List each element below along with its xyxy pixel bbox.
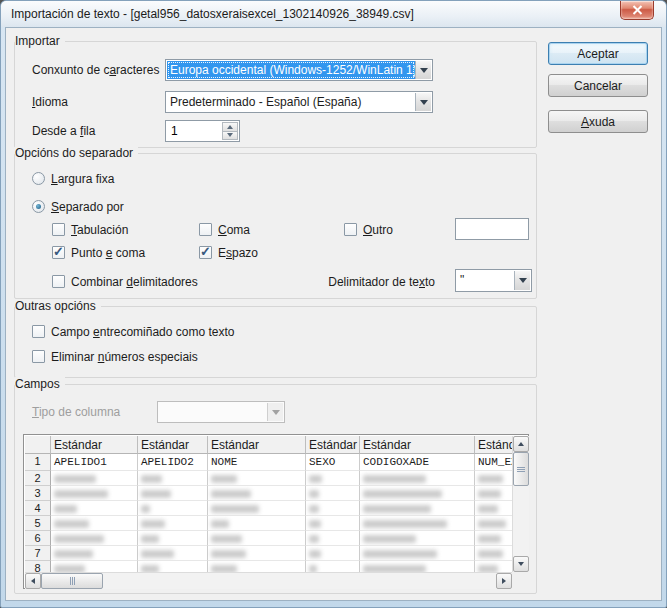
thumb-grip-icon [517, 467, 525, 472]
grid-cell-redacted [138, 501, 208, 516]
quoted-as-text-checkbox[interactable]: Campo entrecomiñado como texto [32, 324, 234, 339]
checkbox-icon [52, 275, 65, 288]
grid-cell-redacted [360, 471, 475, 486]
preview-grid-viewport: Estándar Estándar Estándar Estándar Está… [25, 436, 512, 572]
help-button-label: Axuda [581, 115, 615, 129]
grid-cell-redacted [138, 486, 208, 501]
checkbox-icon [32, 325, 45, 338]
separator-group-title: Opcións do separador [15, 146, 138, 161]
text-delimiter-combobox[interactable]: " [455, 269, 532, 292]
space-checkbox[interactable]: Espazo [199, 245, 258, 260]
grid-cell-redacted [306, 516, 360, 531]
language-combobox[interactable]: Predeterminado - Español (España) [165, 91, 433, 113]
import-group: Importar Conxunto de caracteres Europa o… [14, 41, 537, 148]
help-button[interactable]: Axuda [548, 110, 648, 133]
text-delimiter-dropdown-button[interactable] [514, 271, 530, 290]
grid-cell-redacted [208, 471, 306, 486]
language-dropdown-button[interactable] [415, 93, 431, 111]
from-row-input[interactable] [167, 122, 221, 140]
column-header[interactable]: Estándar [475, 436, 512, 454]
dialog-title: Importación de texto - [getal956_datosxe… [11, 7, 414, 21]
detect-special-numbers-checkbox[interactable]: Eliminar números especiais [32, 349, 198, 364]
grid-cell-redacted [51, 531, 138, 546]
charset-combobox[interactable]: Europa occidental (Windows-1252/WinLatin… [165, 59, 433, 81]
grid-cell: APELIDO1 [51, 454, 138, 471]
vertical-scrollbar[interactable] [512, 436, 529, 572]
fixed-width-label: Largura fixa [51, 172, 114, 186]
fields-group: Campos Tipo de columna Estándar Estándar… [14, 384, 537, 594]
merge-delimiters-checkbox[interactable]: Combinar delimitadores [52, 274, 198, 289]
arrow-up-icon [518, 442, 524, 446]
grid-row-redacted: 6 [25, 531, 512, 546]
spin-up-button[interactable] [222, 122, 238, 132]
chevron-down-icon [420, 68, 428, 73]
grid-cell-redacted [475, 516, 512, 531]
other-separator-input[interactable] [457, 220, 527, 238]
grid-cell-redacted [208, 486, 306, 501]
accept-button-label: Aceptar [577, 47, 618, 61]
horizontal-scrollbar[interactable] [25, 572, 512, 589]
fixed-width-radio[interactable]: Largura fixa [32, 171, 114, 186]
grid-cell-redacted [360, 501, 475, 516]
dialog-body: Importar Conxunto de caracteres Europa o… [5, 27, 662, 601]
scroll-down-button[interactable] [513, 556, 529, 572]
row-number: 1 [25, 454, 51, 471]
other-checkbox[interactable]: Outro [344, 222, 393, 237]
other-separator-field[interactable] [455, 218, 529, 240]
cancel-button[interactable]: Cancelar [548, 74, 648, 97]
horizontal-scroll-thumb[interactable] [41, 573, 103, 589]
row-number: 2 [25, 471, 51, 486]
grid-row-redacted: 7 [25, 546, 512, 561]
fields-group-title: Campos [15, 377, 65, 392]
column-header[interactable]: Estándar [306, 436, 360, 454]
grid-cell-redacted [138, 531, 208, 546]
accept-button[interactable]: Aceptar [548, 42, 648, 65]
other-options-group: Outras opcións Campo entrecomiñado como … [14, 306, 537, 378]
charset-label: Conxunto de caracteres [32, 63, 159, 77]
column-type-combobox [157, 401, 285, 423]
semicolon-label: Punto e coma [71, 246, 145, 260]
grid-cell-redacted [475, 501, 512, 516]
comma-label: Coma [218, 223, 250, 237]
charset-dropdown-button[interactable] [415, 61, 431, 79]
scroll-up-button[interactable] [513, 436, 529, 452]
semicolon-checkbox[interactable]: Punto e coma [52, 245, 145, 260]
grid-cell-redacted [51, 546, 138, 561]
separated-by-radio[interactable]: Separado por [32, 199, 124, 214]
tab-checkbox[interactable]: Tabulación [52, 222, 128, 237]
grid-cell-redacted [475, 561, 512, 572]
spin-down-button[interactable] [222, 132, 238, 141]
column-header[interactable]: Estándar [51, 436, 138, 454]
checkbox-icon [52, 223, 65, 236]
close-button[interactable] [620, 1, 654, 20]
vertical-scroll-thumb[interactable] [513, 452, 529, 486]
scrollbar-corner [512, 572, 529, 589]
from-row-spinner[interactable] [165, 120, 240, 142]
grid-row-redacted: 8 [25, 561, 512, 572]
scroll-right-button[interactable] [496, 573, 512, 589]
column-header[interactable]: Estándar [138, 436, 208, 454]
row-number: 3 [25, 486, 51, 501]
grid-cell-redacted [138, 516, 208, 531]
column-header[interactable]: Estándar [208, 436, 306, 454]
language-label: Idioma [32, 95, 68, 109]
grid-cell-redacted [360, 546, 475, 561]
grid-cell-redacted [306, 531, 360, 546]
scroll-left-button[interactable] [25, 573, 41, 589]
column-type-dropdown-button [267, 403, 283, 421]
grid-cell-redacted [138, 561, 208, 572]
grid-cell-redacted [51, 501, 138, 516]
grid-cell-redacted [306, 501, 360, 516]
detect-special-numbers-label: Eliminar números especiais [51, 350, 198, 364]
checkbox-checked-icon [52, 246, 65, 259]
column-type-label: Tipo de columna [32, 405, 120, 419]
title-bar[interactable]: Importación de texto - [getal956_datosxe… [1, 1, 666, 27]
grid-cell-redacted [306, 471, 360, 486]
radio-selected-icon [32, 200, 45, 213]
row-number-header [25, 436, 51, 454]
other-label: Outro [363, 223, 393, 237]
grid-header-row: Estándar Estándar Estándar Estándar Está… [25, 436, 512, 454]
comma-checkbox[interactable]: Coma [199, 222, 250, 237]
column-header[interactable]: Estándar [360, 436, 475, 454]
grid-cell-redacted [51, 561, 138, 572]
